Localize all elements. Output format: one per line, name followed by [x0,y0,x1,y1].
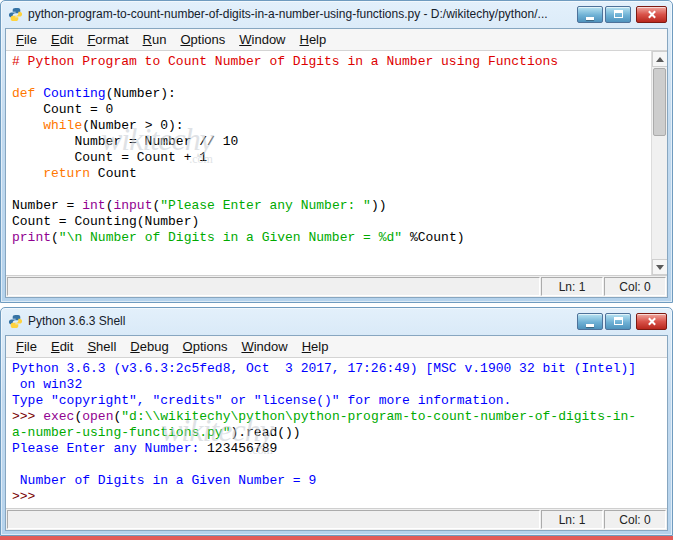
shell-titlebar[interactable]: Python 3.6.3 Shell [1,308,672,334]
menu-edit[interactable]: Edit [44,337,80,356]
code-line: Number = int(input("Please Enter any Num… [12,198,647,214]
maximize-icon [614,317,623,325]
minimize-button[interactable] [577,313,603,330]
shell-output-area[interactable]: Python 3.6.3 (v3.6.3:2c5fed8, Oct 3 2017… [6,358,667,508]
shell-statusbar: Ln: 1 Col: 0 [6,508,667,530]
code-line: a-number-using-functions.py").read()) [12,425,647,441]
menu-window[interactable]: Window [232,30,292,49]
editor-code-area[interactable]: # Python Program to Count Number of Digi… [6,51,667,275]
code-line: while(Number > 0): [12,118,647,134]
menu-edit[interactable]: Edit [44,30,80,49]
statusbar-filler [7,510,540,529]
maximize-button[interactable] [605,6,631,23]
code-line: Count = 0 [12,102,647,118]
shell-menubar: FileEditShellDebugOptionsWindowHelp [6,336,667,358]
code-line: Number = Number // 10 [12,134,647,150]
maximize-button[interactable] [605,313,631,330]
shell-window-title: Python 3.6.3 Shell [28,314,572,328]
minimize-button[interactable] [577,6,603,23]
code-line: >>> exec(open("d:\\wikitechy\python\pyth… [12,409,647,425]
editor-window-body: FileEditFormatRunOptionsWindowHelp # Pyt… [5,28,668,298]
close-icon [647,10,656,19]
menu-file[interactable]: File [9,30,44,49]
line-indicator: Ln: 1 [541,277,603,296]
editor-menubar: FileEditFormatRunOptionsWindowHelp [6,29,667,51]
python-idle-icon [8,314,23,329]
code-line: Python 3.6.3 (v3.6.3:2c5fed8, Oct 3 2017… [12,361,647,377]
editor-text-region: # Python Program to Count Number of Digi… [6,51,667,275]
column-indicator: Col: 0 [604,510,666,529]
code-line: Number of Digits in a Given Number = 9 [12,473,647,489]
code-line [12,182,647,198]
close-icon [647,317,656,326]
menu-window[interactable]: Window [234,337,294,356]
editor-scrollbar[interactable] [651,51,667,275]
python-idle-icon [8,7,23,22]
page-accent-strip [0,536,673,540]
code-line: # Python Program to Count Number of Digi… [12,54,647,70]
menu-help[interactable]: Help [295,337,336,356]
code-line: return Count [12,166,647,182]
arrow-up-icon [656,57,664,62]
minimize-icon [586,17,594,20]
statusbar-filler [7,277,540,296]
menu-options[interactable]: Options [176,337,235,356]
menu-format[interactable]: Format [80,30,135,49]
code-line: Count = Counting(Number) [12,214,647,230]
scroll-up-button[interactable] [652,51,667,67]
line-indicator: Ln: 1 [541,510,603,529]
menu-shell[interactable]: Shell [80,337,123,356]
window-controls [577,6,667,23]
shell-window-body: FileEditShellDebugOptionsWindowHelp Pyth… [5,335,668,531]
menu-file[interactable]: File [9,337,44,356]
editor-window: python-program-to-count-number-of-digits… [0,0,673,303]
code-line: Type "copyright", "credits" or "license(… [12,393,647,409]
menu-run[interactable]: Run [136,30,174,49]
code-line: def Counting(Number): [12,86,647,102]
editor-titlebar[interactable]: python-program-to-count-number-of-digits… [1,1,672,27]
maximize-icon [614,10,623,18]
editor-window-title: python-program-to-count-number-of-digits… [28,7,572,21]
scroll-down-button[interactable] [652,259,667,275]
code-line: Please Enter any Number: 123456789 [12,441,647,457]
close-button[interactable] [636,313,667,330]
code-line: Count = Count + 1 [12,150,647,166]
code-line [12,457,647,473]
code-line [12,70,647,86]
code-line: print("\n Number of Digits in a Given Nu… [12,230,647,246]
close-button[interactable] [636,6,667,23]
shell-window: Python 3.6.3 Shell FileEditShellDebugOpt… [0,307,673,536]
arrow-down-icon [656,265,664,270]
code-line: >>> [12,489,647,505]
column-indicator: Col: 0 [604,277,666,296]
scrollbar-thumb[interactable] [653,68,666,136]
minimize-icon [586,324,594,327]
code-line: on win32 [12,377,647,393]
window-controls [577,313,667,330]
shell-text-region: Python 3.6.3 (v3.6.3:2c5fed8, Oct 3 2017… [6,358,667,508]
menu-debug[interactable]: Debug [123,337,175,356]
menu-help[interactable]: Help [293,30,334,49]
menu-options[interactable]: Options [173,30,232,49]
editor-statusbar: Ln: 1 Col: 0 [6,275,667,297]
